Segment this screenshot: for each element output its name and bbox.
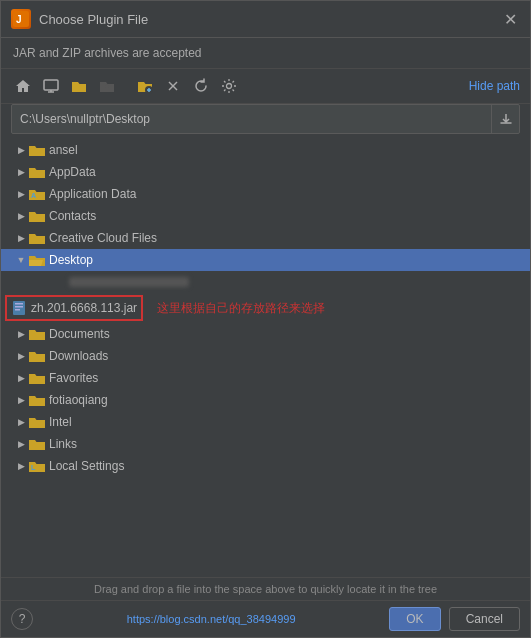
jar-file-label: zh.201.6668.113.jar	[31, 301, 137, 315]
folder-special-icon: A	[29, 186, 45, 202]
desktop-button[interactable]	[39, 74, 63, 98]
list-item-blurred[interactable]	[1, 271, 530, 293]
status-bar: Drag and drop a file into the space abov…	[1, 577, 530, 600]
svg-text:J: J	[16, 14, 22, 25]
dialog-window: J Choose Plugin File ✕ JAR and ZIP archi…	[0, 0, 531, 638]
list-item[interactable]: ▶ Contacts	[1, 205, 530, 227]
folder-icon	[29, 208, 45, 224]
expand-arrow: ▶	[13, 458, 29, 474]
svg-rect-13	[15, 309, 20, 311]
folder-icon	[29, 392, 45, 408]
list-item-desktop[interactable]: ▼ Desktop	[1, 249, 530, 271]
expand-arrow: ▼	[13, 252, 29, 268]
folder-special-icon: L	[29, 458, 45, 474]
refresh-button[interactable]	[189, 74, 213, 98]
list-item[interactable]: ▶ L Local Settings	[1, 455, 530, 477]
folder-icon	[29, 164, 45, 180]
path-download-button[interactable]	[491, 105, 519, 133]
expand-arrow: ▶	[13, 436, 29, 452]
help-button[interactable]: ?	[11, 608, 33, 630]
title-bar-left: J Choose Plugin File	[11, 9, 148, 29]
item-label: Downloads	[49, 349, 108, 363]
item-label: Desktop	[49, 253, 93, 267]
list-item[interactable]: ▶ Links	[1, 433, 530, 455]
subtitle: JAR and ZIP archives are accepted	[1, 38, 530, 69]
list-item[interactable]: ▶ A Application Data	[1, 183, 530, 205]
settings-button[interactable]	[217, 74, 241, 98]
title-bar: J Choose Plugin File ✕	[1, 1, 530, 38]
svg-point-8	[227, 84, 232, 89]
svg-text:L: L	[31, 464, 36, 471]
file-tree: ▶ ansel ▶ AppData ▶ A Application Data ▶…	[1, 139, 530, 577]
list-item[interactable]: ▶ Intel	[1, 411, 530, 433]
annotation-row: zh.201.6668.113.jar 这里根据自己的存放路径来选择	[1, 293, 530, 323]
expand-arrow: ▶	[13, 414, 29, 430]
item-label: AppData	[49, 165, 96, 179]
item-label: Application Data	[49, 187, 136, 201]
expand-arrow: ▶	[13, 230, 29, 246]
toolbar: Hide path	[1, 69, 530, 104]
list-item[interactable]: ▶ ansel	[1, 139, 530, 161]
bottom-bar: ? https://blog.csdn.net/qq_38494999 OK C…	[1, 600, 530, 637]
svg-rect-11	[15, 303, 23, 305]
svg-text:A: A	[31, 192, 36, 199]
folder-icon	[29, 142, 45, 158]
expand-arrow: ▶	[13, 208, 29, 224]
dialog-title: Choose Plugin File	[39, 12, 148, 27]
list-item[interactable]: ▶ AppData	[1, 161, 530, 183]
item-label: Creative Cloud Files	[49, 231, 157, 245]
annotation-text: 这里根据自己的存放路径来选择	[157, 300, 325, 317]
list-item[interactable]: ▶ Downloads	[1, 345, 530, 367]
folder-open-icon	[29, 252, 45, 268]
item-label: Intel	[49, 415, 72, 429]
list-item[interactable]: ▶ fotiaoqiang	[1, 389, 530, 411]
item-label: Documents	[49, 327, 110, 341]
hide-path-button[interactable]: Hide path	[469, 79, 520, 93]
list-item[interactable]: ▶ Documents	[1, 323, 530, 345]
folder-icon	[29, 230, 45, 246]
list-item[interactable]: ▶ Creative Cloud Files	[1, 227, 530, 249]
folder-icon	[29, 348, 45, 364]
svg-rect-12	[15, 306, 23, 308]
new-folder-button[interactable]	[133, 74, 157, 98]
expand-arrow: ▶	[13, 348, 29, 364]
svg-rect-2	[44, 80, 58, 90]
cancel-button[interactable]: Cancel	[449, 607, 520, 631]
delete-button[interactable]	[161, 74, 185, 98]
expand-arrow: ▶	[13, 326, 29, 342]
folder-open-button[interactable]	[67, 74, 91, 98]
home-button[interactable]	[11, 74, 35, 98]
path-bar	[11, 104, 520, 134]
website-link[interactable]: https://blog.csdn.net/qq_38494999	[127, 613, 296, 625]
button-group: OK Cancel	[389, 607, 520, 631]
item-label: Local Settings	[49, 459, 124, 473]
item-label: Favorites	[49, 371, 98, 385]
app-icon: J	[11, 9, 31, 29]
expand-arrow	[53, 274, 69, 290]
item-label: fotiaoqiang	[49, 393, 108, 407]
item-label: Links	[49, 437, 77, 451]
expand-arrow: ▶	[13, 186, 29, 202]
expand-arrow: ▶	[13, 164, 29, 180]
expand-arrow: ▶	[13, 370, 29, 386]
item-label: Contacts	[49, 209, 96, 223]
list-item-jar-file[interactable]: zh.201.6668.113.jar	[5, 295, 143, 321]
folder-icon	[29, 370, 45, 386]
folder-up-button[interactable]	[95, 74, 119, 98]
ok-button[interactable]: OK	[389, 607, 440, 631]
list-item[interactable]: ▶ Favorites	[1, 367, 530, 389]
expand-arrow: ▶	[13, 142, 29, 158]
expand-arrow: ▶	[13, 392, 29, 408]
folder-icon	[29, 326, 45, 342]
path-input[interactable]	[12, 108, 491, 130]
blurred-filename	[69, 277, 189, 287]
item-label: ansel	[49, 143, 78, 157]
folder-icon	[29, 414, 45, 430]
jar-file-icon	[11, 300, 27, 316]
folder-icon	[29, 436, 45, 452]
close-button[interactable]: ✕	[500, 9, 520, 29]
